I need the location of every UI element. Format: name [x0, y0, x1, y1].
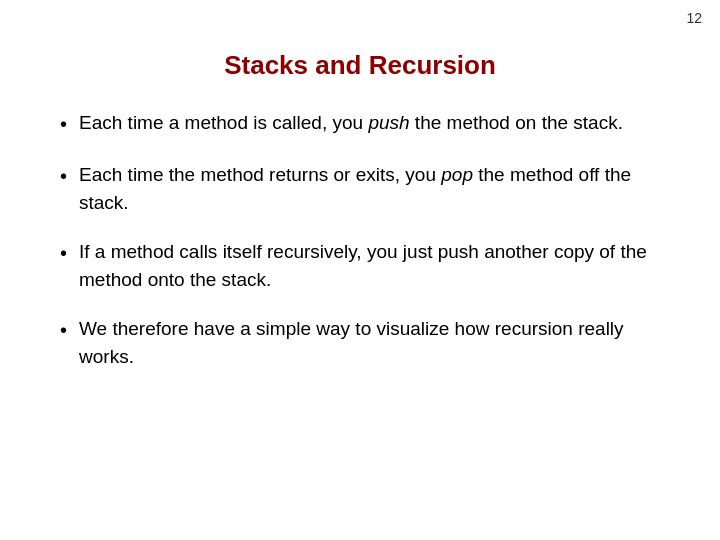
bullet-dot: •	[60, 316, 67, 345]
bullet-list: • Each time a method is called, you push…	[60, 109, 660, 370]
bullet-text: Each time a method is called, you push t…	[79, 109, 660, 137]
slide-container: 12 Stacks and Recursion • Each time a me…	[0, 0, 720, 540]
slide-title: Stacks and Recursion	[60, 50, 660, 81]
bullet-dot: •	[60, 162, 67, 191]
bullet-dot: •	[60, 110, 67, 139]
list-item: • Each time the method returns or exits,…	[60, 161, 660, 216]
list-item: • If a method calls itself recursively, …	[60, 238, 660, 293]
bullet-text: If a method calls itself recursively, yo…	[79, 238, 660, 293]
list-item: • Each time a method is called, you push…	[60, 109, 660, 139]
bullet-text: Each time the method returns or exits, y…	[79, 161, 660, 216]
slide-number: 12	[686, 10, 702, 26]
bullet-dot: •	[60, 239, 67, 268]
list-item: • We therefore have a simple way to visu…	[60, 315, 660, 370]
bullet-text: We therefore have a simple way to visual…	[79, 315, 660, 370]
